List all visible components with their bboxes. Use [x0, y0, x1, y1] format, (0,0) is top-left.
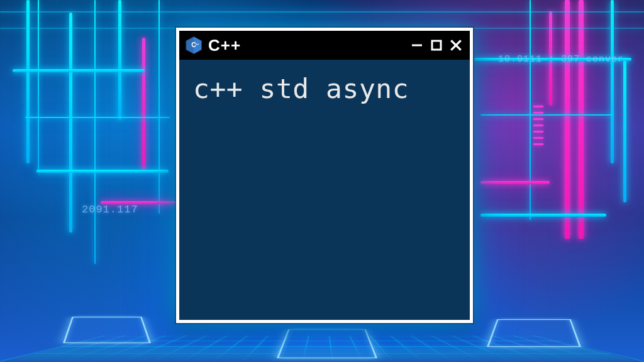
cpp-logo-icon: C ++: [184, 36, 203, 55]
maximize-button[interactable]: [429, 38, 444, 53]
terminal-window: C ++ C++ c++ std async: [176, 28, 473, 323]
terminal-content: c++ std async: [179, 60, 470, 118]
decorative-text-right: 10.0111 : 307 cenver: [498, 54, 624, 65]
floor-panel: [63, 317, 151, 343]
window-controls: [409, 38, 464, 53]
svg-text:++: ++: [196, 43, 199, 46]
minimize-button[interactable]: [409, 38, 425, 53]
titlebar[interactable]: C ++ C++: [179, 31, 470, 60]
window-title: C++: [208, 36, 404, 55]
svg-rect-5: [432, 41, 441, 50]
floor-panel: [277, 329, 377, 358]
close-button[interactable]: [448, 38, 464, 53]
decorative-text-left: 2091.117: [82, 204, 138, 216]
floor-panel: [487, 319, 581, 347]
